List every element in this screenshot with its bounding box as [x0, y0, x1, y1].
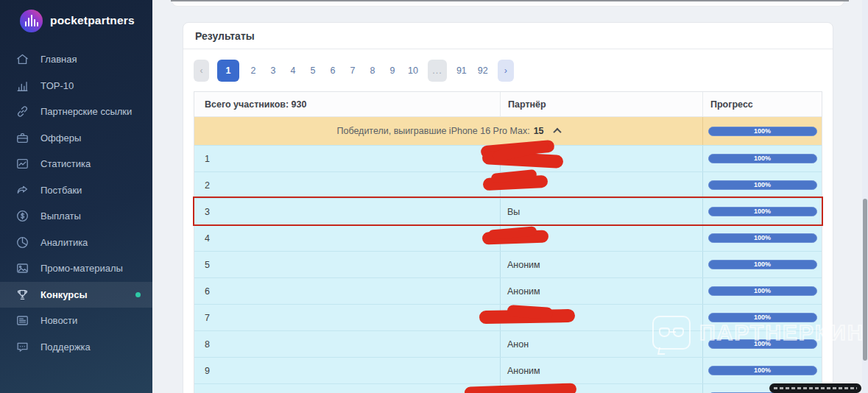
sidebar-item-label: Партнерские ссылки [40, 106, 132, 117]
table-row-highlighted[interactable]: 3 Вы 100% [194, 198, 822, 224]
progress-value: 100% [754, 367, 771, 374]
sidebar-item-label: TOP-10 [40, 80, 74, 91]
scrollbar-thumb[interactable] [863, 199, 867, 361]
rank-cell: 9 [194, 358, 500, 383]
home-icon [15, 52, 29, 66]
dollar-coin-icon [15, 209, 29, 223]
pagination-page-1[interactable]: 1 [217, 60, 239, 82]
sidebar-item-label: Выплаты [40, 210, 81, 222]
sidebar-item-contests[interactable]: Конкурсы [0, 282, 152, 308]
table-row[interactable]: 7 100% [194, 304, 822, 330]
pagination-page-2[interactable]: 2 [247, 60, 259, 82]
table-body: 1 100% 2 100% 3 Вы 100% 4 100% [194, 145, 822, 393]
sidebar-nav: Главная TOP-10 Партнерские ссылки Офферы… [0, 46, 152, 360]
sidebar-item-top-10[interactable]: TOP-10 [0, 73, 152, 99]
link-icon [15, 105, 29, 118]
pagination-prev-button[interactable]: ‹ [194, 60, 209, 82]
winners-banner-cell: Победители, выигравшие iPhone 16 Pro Max… [194, 117, 702, 145]
sidebar-item-statistics[interactable]: Статистика [0, 151, 152, 177]
rank-cell: 6 [194, 278, 500, 304]
table-row[interactable]: 5 Аноним 100% [194, 251, 822, 277]
progress-cell: 100% [702, 252, 822, 277]
share-arrow-icon [15, 183, 29, 197]
pagination-page-5[interactable]: 5 [307, 60, 319, 82]
progress-bar: 100% [708, 180, 817, 190]
sidebar-item-postbacks[interactable]: Постбаки [0, 177, 152, 204]
support-icon [15, 340, 29, 354]
table-row[interactable]: 8 Анон 100% [194, 330, 822, 357]
partner-cell: Аноним [500, 278, 702, 304]
table-row[interactable]: 6 Аноним 100% [194, 277, 822, 304]
pagination-next-button[interactable]: › [498, 60, 514, 82]
winners-banner-row[interactable]: Победители, выигравшие iPhone 16 Pro Max… [194, 117, 822, 145]
partner-cell: Аноним [500, 358, 702, 383]
pagination: ‹12345678910...9192› [183, 49, 833, 91]
sidebar-item-support[interactable]: Поддержка [0, 334, 152, 361]
sidebar-item-home[interactable]: Главная [0, 46, 152, 73]
sidebar-item-label: Постбаки [40, 185, 82, 196]
progress-cell: 100% [702, 199, 822, 224]
pagination-page-10[interactable]: 10 [406, 60, 420, 82]
sidebar-item-offers[interactable]: Офферы [0, 125, 152, 152]
results-card: Результаты ‹12345678910...9192› Всего уч… [183, 22, 833, 393]
partner-cell [500, 146, 702, 171]
pagination-page-3[interactable]: 3 [267, 60, 279, 82]
progress-cell: 100% [702, 278, 822, 304]
notification-dot [135, 292, 141, 297]
progress-bar: 100% [708, 339, 817, 349]
pagination-page-92[interactable]: 92 [476, 60, 490, 82]
column-header-participants: Всего участников: 930 [194, 92, 500, 116]
progress-cell: 100% [702, 225, 822, 251]
partner-cell [500, 172, 702, 198]
pagination-page-8[interactable]: 8 [367, 60, 378, 82]
column-header-progress: Прогресс [702, 92, 822, 116]
progress-value: 100% [754, 235, 771, 241]
results-table: Всего участников: 930 Партнёр Прогресс П… [194, 91, 822, 393]
sidebar-item-links[interactable]: Партнерские ссылки [0, 99, 152, 125]
progress-bar: 100% [708, 154, 817, 163]
table-row[interactable]: 4 100% [194, 224, 822, 251]
rank-cell: 7 [194, 305, 500, 330]
partner-name: Анон [507, 339, 529, 350]
progress-value: 100% [754, 208, 771, 215]
pagination-page-6[interactable]: 6 [327, 60, 339, 82]
sidebar-item-analytics[interactable]: Аналитика [0, 230, 152, 256]
winners-count: 15 [534, 126, 544, 136]
pagination-page-4[interactable]: 4 [287, 60, 299, 82]
top-divider-line [171, 0, 849, 1]
sidebar-item-promo[interactable]: Промо-материалы [0, 255, 152, 282]
pagination-ellipsis[interactable]: ... [428, 60, 447, 82]
brand-logo[interactable]: pocketpartners [0, 0, 152, 35]
table-row[interactable]: 2 100% [194, 171, 822, 198]
results-title: Результаты [195, 30, 255, 42]
table-row[interactable]: 9 Аноним 100% [194, 357, 822, 383]
chevron-up-icon[interactable] [553, 128, 561, 136]
progress-cell: 100% [702, 305, 822, 330]
partner-cell [500, 305, 702, 330]
pagination-page-91[interactable]: 91 [455, 60, 468, 82]
sidebar-item-label: Поддержка [40, 341, 91, 353]
results-card-header: Результаты [183, 23, 833, 49]
sidebar-item-news[interactable]: Новости [0, 308, 152, 334]
partner-name: Аноним [507, 260, 540, 270]
progress-value: 100% [754, 341, 771, 347]
table-row[interactable]: 10 100% [194, 383, 822, 393]
sidebar: pocketpartners Главная TOP-10 Партнерски… [0, 0, 152, 393]
table-row[interactable]: 1 100% [194, 145, 822, 171]
progress-bar: 100% [708, 366, 817, 375]
sidebar-item-payouts[interactable]: Выплаты [0, 203, 152, 230]
rank-cell: 4 [194, 225, 500, 251]
rank-cell: 5 [194, 252, 500, 277]
column-header-partner: Партнёр [500, 92, 702, 116]
pagination-page-7[interactable]: 7 [347, 60, 359, 82]
rank-cell: 3 [194, 199, 500, 224]
sidebar-item-label: Офферы [40, 132, 81, 144]
progress-bar: 100% [708, 313, 817, 322]
line-chart-icon [15, 157, 29, 171]
progress-bar: 100% [708, 127, 817, 136]
table-header-row: Всего участников: 930 Партнёр Прогресс [194, 92, 822, 117]
progress-value: 100% [754, 128, 771, 135]
progress-cell: 100% [702, 358, 822, 383]
pagination-page-9[interactable]: 9 [387, 60, 398, 82]
partner-cell: Анон [500, 331, 702, 357]
